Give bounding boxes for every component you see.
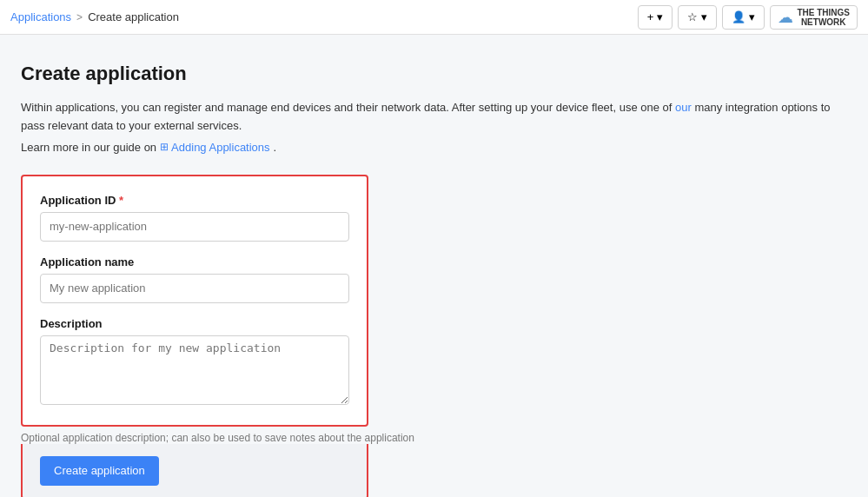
description-label: Description <box>40 317 349 330</box>
main-content: Create application Within applications, … <box>0 35 868 497</box>
ttn-logo[interactable]: ☁ THE THINGS NETWORK <box>770 5 858 30</box>
bookmark-button[interactable]: ☆ ▾ <box>678 5 717 30</box>
breadcrumb-current-page: Create application <box>88 10 179 23</box>
breadcrumb: Applications > Create application <box>10 10 179 23</box>
application-name-input[interactable] <box>40 274 349 303</box>
plus-icon: + <box>647 10 654 23</box>
button-area: Create application <box>21 444 368 497</box>
description-group: Description <box>40 317 349 408</box>
description-textarea[interactable] <box>40 335 349 405</box>
nav-actions: + ▾ ☆ ▾ 👤 ▾ ☁ THE THINGS NETWORK <box>638 5 858 30</box>
create-application-button[interactable]: Create application <box>40 456 159 486</box>
application-name-label: Application name <box>40 255 349 268</box>
doc-icon: ⊞ <box>160 141 169 153</box>
ttn-line1: THE THINGS <box>797 8 850 17</box>
application-id-label: Application ID * <box>40 194 349 207</box>
application-id-input[interactable] <box>40 212 349 242</box>
ttn-text: THE THINGS NETWORK <box>797 8 850 27</box>
learn-more-prefix: Learn more in our guide on <box>21 141 156 154</box>
adding-applications-label: Adding Applications <box>171 141 269 154</box>
cloud-icon: ☁ <box>778 8 793 27</box>
page-title: Create application <box>21 63 847 85</box>
breadcrumb-applications-link[interactable]: Applications <box>10 10 71 23</box>
app-id-label-text: Application ID <box>40 194 116 207</box>
application-name-group: Application name <box>40 255 349 303</box>
adding-applications-link[interactable]: ⊞ Adding Applications <box>160 141 269 154</box>
ttn-line2: NETWORK <box>797 17 850 27</box>
top-navigation: Applications > Create application + ▾ ☆ … <box>0 0 868 35</box>
breadcrumb-separator: > <box>76 11 83 23</box>
profile-icon: 👤 <box>732 10 745 23</box>
profile-dropdown-icon: ▾ <box>749 10 755 23</box>
required-indicator: * <box>116 194 123 207</box>
star-icon: ☆ <box>687 10 698 23</box>
helper-text: Optional application description; can al… <box>21 432 847 444</box>
application-id-group: Application ID * <box>40 194 349 242</box>
plus-button[interactable]: + ▾ <box>638 5 673 30</box>
form-section: Application ID * Application name Descri… <box>21 175 368 427</box>
bookmark-dropdown-icon: ▾ <box>701 10 707 23</box>
our-link[interactable]: our <box>675 101 692 114</box>
description-text: Within applications, you can register an… <box>21 99 847 136</box>
plus-dropdown-icon: ▾ <box>657 10 663 23</box>
learn-more: Learn more in our guide on ⊞ Adding Appl… <box>21 141 847 154</box>
profile-button[interactable]: 👤 ▾ <box>722 5 765 30</box>
